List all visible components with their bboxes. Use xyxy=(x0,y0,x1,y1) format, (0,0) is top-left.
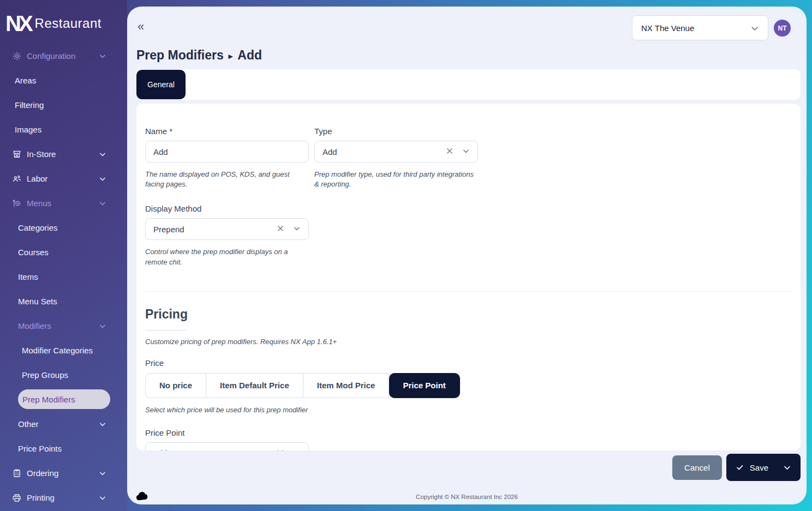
printer-icon xyxy=(12,493,22,503)
clear-icon[interactable] xyxy=(276,448,284,450)
action-bar: Cancel Save xyxy=(672,454,801,481)
chevron-down-icon xyxy=(98,175,106,183)
chevron-down-icon xyxy=(98,52,106,60)
type-select[interactable]: Add xyxy=(314,141,478,163)
main-content: « NX The Venue NT Prep Modifiers ▸ Add G… xyxy=(127,7,807,504)
sidebar-item-price-points[interactable]: Price Points xyxy=(0,436,127,461)
sidebar-item-label: Menu Sets xyxy=(18,297,57,306)
clear-icon[interactable] xyxy=(276,224,284,234)
price-option-price-point-selected[interactable]: Price Point xyxy=(389,373,459,398)
pricing-section-subtitle: Customize pricing of prep modifiers. Req… xyxy=(145,338,792,346)
type-field-group: Type Add Prep modifier type, used for th… xyxy=(314,127,478,189)
price-point-select[interactable]: add xyxy=(145,442,309,450)
avatar[interactable]: NT xyxy=(774,20,791,37)
sidebar-item-modifier-categories[interactable]: Modifier Categories xyxy=(0,338,127,363)
sidebar-collapse-button[interactable]: « xyxy=(138,21,144,33)
price-option-no-price[interactable]: No price xyxy=(145,373,206,398)
sidebar-item-modifiers[interactable]: Modifiers xyxy=(0,314,127,338)
sidebar-item-label: Menus xyxy=(27,199,51,208)
venue-selector-value: NX The Venue xyxy=(641,23,694,33)
cancel-button[interactable]: Cancel xyxy=(672,455,722,480)
sidebar-item-label: Areas xyxy=(15,76,36,85)
logo-restaurant-text: Restaurant xyxy=(35,16,101,31)
logo-nx-mark: NX xyxy=(5,11,31,36)
chevron-down-icon xyxy=(98,420,106,428)
sidebar-nav: Configuration Areas Filtering Images In-… xyxy=(0,44,127,510)
display-method-field-group: Display Method Prepend Control where the… xyxy=(145,204,309,267)
tab-general[interactable]: General xyxy=(136,70,186,99)
sidebar-item-other[interactable]: Other xyxy=(0,412,127,436)
check-icon xyxy=(736,463,744,472)
display-method-select-value: Prepend xyxy=(153,225,184,234)
sidebar-item-menus[interactable]: Menus xyxy=(0,191,127,215)
chevron-down-icon xyxy=(98,199,106,207)
sidebar-item-prep-groups[interactable]: Prep Groups xyxy=(0,363,127,387)
chevron-down-icon xyxy=(98,150,106,158)
price-option-item-default-price[interactable]: Item Default Price xyxy=(206,373,303,398)
breadcrumb-parent: Prep Modifiers xyxy=(136,48,224,63)
sidebar-item-label: Items xyxy=(18,272,38,281)
chevron-down-icon xyxy=(98,322,106,330)
copyright-text: Copyright © NX Restaurant Inc 2026 xyxy=(127,494,807,500)
sidebar-item-menu-sets[interactable]: Menu Sets xyxy=(0,289,127,314)
gear-icon xyxy=(12,51,22,61)
chevron-down-icon[interactable] xyxy=(462,147,470,157)
sidebar-item-label: Configuration xyxy=(27,51,75,61)
chevron-down-icon[interactable] xyxy=(292,448,301,450)
sidebar-item-ordering[interactable]: Ordering xyxy=(0,461,127,485)
sidebar-item-label: Labor xyxy=(27,174,47,183)
type-select-value: Add xyxy=(323,147,337,157)
price-point-select-value: add xyxy=(153,448,167,450)
sidebar-item-in-store[interactable]: In-Store xyxy=(0,142,127,166)
price-option-item-mod-price[interactable]: Item Mod Price xyxy=(303,373,390,398)
save-button[interactable]: Save xyxy=(726,454,801,481)
chevron-down-icon[interactable] xyxy=(292,224,301,234)
sidebar-item-images[interactable]: Images xyxy=(0,117,127,142)
save-button-label: Save xyxy=(750,463,768,472)
sidebar-item-areas[interactable]: Areas xyxy=(0,68,127,93)
sidebar-item-prep-modifiers-active[interactable]: Prep Modifiers xyxy=(18,389,110,409)
name-input[interactable]: Add xyxy=(145,141,309,163)
sidebar-item-label: Filtering xyxy=(15,100,44,110)
cancel-button-label: Cancel xyxy=(684,463,710,472)
name-field-label: Name * xyxy=(145,127,309,136)
form-card: Name * Add The name displayed on POS, KD… xyxy=(136,104,801,450)
cloud-icon[interactable] xyxy=(135,489,149,504)
sidebar-item-label: Ordering xyxy=(27,468,58,478)
display-method-help: Control where the prep modifier displays… xyxy=(145,247,309,267)
sidebar-item-categories[interactable]: Categories xyxy=(0,215,127,240)
clear-icon[interactable] xyxy=(445,147,453,157)
sidebar-item-printing[interactable]: Printing xyxy=(0,485,127,510)
tab-strip: General xyxy=(136,69,801,100)
sidebar-item-label: Categories xyxy=(18,223,58,232)
avatar-initials: NT xyxy=(778,25,787,32)
sidebar-item-label: Other xyxy=(18,419,39,429)
breadcrumb-current: Add xyxy=(237,48,262,63)
price-point-label: Price Point xyxy=(145,428,792,437)
sidebar-item-items[interactable]: Items xyxy=(0,264,127,289)
sidebar-item-labor[interactable]: Labor xyxy=(0,166,127,191)
people-icon xyxy=(12,174,22,184)
venue-selector[interactable]: NX The Venue xyxy=(632,15,768,40)
display-method-select[interactable]: Prepend xyxy=(145,218,309,240)
sidebar-item-filtering[interactable]: Filtering xyxy=(0,93,127,117)
type-field-help: Prep modifier type, used for third party… xyxy=(314,170,478,189)
name-field-group: Name * Add The name displayed on POS, KD… xyxy=(145,127,309,189)
chevron-down-icon xyxy=(98,469,106,477)
price-label: Price xyxy=(145,358,792,368)
dining-icon xyxy=(12,199,22,208)
sidebar-item-courses[interactable]: Courses xyxy=(0,240,127,264)
name-field-help: The name displayed on POS, KDS, and gues… xyxy=(145,170,309,189)
sidebar-item-label: Modifier Categories xyxy=(22,346,93,355)
sidebar-item-label: Price Points xyxy=(18,444,62,453)
breadcrumb: Prep Modifiers ▸ Add xyxy=(136,48,262,63)
tab-general-label: General xyxy=(147,80,175,89)
sidebar-item-label: Courses xyxy=(18,248,49,257)
storefront-icon xyxy=(12,149,22,159)
pricing-title-rule xyxy=(145,330,187,330)
price-segmented-control: No price Item Default Price Item Mod Pri… xyxy=(145,373,792,398)
sidebar-item-label: Prep Modifiers xyxy=(22,395,75,404)
chevron-down-icon[interactable] xyxy=(783,463,791,472)
chevron-down-icon xyxy=(750,23,759,33)
sidebar-item-configuration[interactable]: Configuration xyxy=(0,44,127,68)
